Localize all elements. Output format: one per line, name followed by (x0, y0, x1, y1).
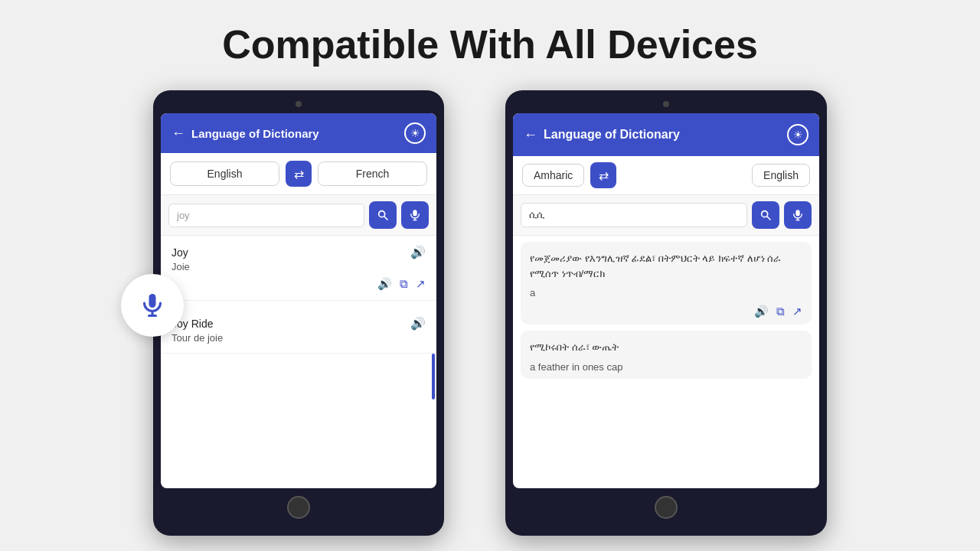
search-input-right[interactable]: ሲሲ (521, 203, 747, 227)
mic-large-icon (139, 292, 166, 319)
search-bar-left: joy (161, 195, 436, 236)
mic-icon-right (792, 209, 804, 221)
back-arrow-right[interactable]: ← (524, 127, 537, 143)
tablet-right-wrapper: ← Language of Dictionary ☀ Amharic ⇄ Eng… (505, 90, 827, 536)
sun-icon-left[interactable]: ☀ (404, 122, 426, 144)
result-word-joyride: Joy Ride 🔊 (172, 316, 426, 331)
lang-bar-right: Amharic ⇄ English (513, 156, 819, 195)
speaker-card1[interactable]: 🔊 (754, 305, 769, 318)
header-title-left: Language of Dictionary (191, 127, 319, 140)
tablet-camera-left (296, 101, 302, 107)
tablet-home-btn-left[interactable] (287, 496, 310, 519)
search-icon-right (760, 209, 772, 221)
translation-result-2: a feather in ones cap (530, 361, 802, 373)
svg-line-4 (384, 217, 387, 220)
header-left-right: ← Language of Dictionary (524, 127, 680, 143)
translation-result-1: a (530, 287, 802, 298)
lang-btn-english[interactable]: English (170, 161, 279, 186)
search-input-left[interactable]: joy (168, 204, 364, 227)
lang-btn-french[interactable]: French (318, 161, 427, 186)
copy-action-joy[interactable]: ⧉ (400, 277, 408, 291)
tablet-left-screen: ← Language of Dictionary ☀ English ⇄ Fre… (161, 113, 436, 488)
search-icon-left (377, 209, 389, 221)
header-title-right: Language of Dictionary (544, 128, 680, 142)
result-item-joy: Joy 🔊 Joie 🔊 ⧉ ↗ (161, 236, 436, 301)
speaker-action-joy[interactable]: 🔊 (377, 277, 392, 291)
app-header-right: ← Language of Dictionary ☀ (513, 113, 819, 156)
svg-rect-10 (795, 210, 799, 216)
mic-icon-left (409, 209, 421, 221)
lang-bar-left: English ⇄ French (161, 153, 436, 195)
swap-btn-right[interactable]: ⇄ (590, 162, 616, 188)
app-header-left: ← Language of Dictionary ☀ (161, 113, 436, 153)
back-arrow-left[interactable]: ← (172, 126, 185, 142)
scrollbar-left[interactable] (432, 354, 435, 399)
translation-actions-1: 🔊 ⧉ ↗ (530, 305, 802, 318)
word-joy: Joy (172, 246, 188, 259)
page-title: Compatible With All Devices (222, 21, 758, 67)
result-word-joy: Joy 🔊 (172, 245, 426, 259)
translation-joie: Joie (172, 261, 426, 272)
lang-btn-english-right[interactable]: English (752, 164, 810, 187)
translation-card-2: የሚኮሩበት ሰራ፣ ውጤት a feather in ones cap (521, 331, 812, 379)
swap-btn-left[interactable]: ⇄ (286, 161, 312, 187)
share-action-joy[interactable]: ↗ (416, 277, 426, 291)
tablet-right-screen: ← Language of Dictionary ☀ Amharic ⇄ Eng… (513, 113, 819, 488)
search-bar-right: ሲሲ (513, 195, 819, 236)
search-icon-btn-right[interactable] (752, 201, 779, 229)
translation-tourdejoie: Tour de joie (172, 332, 426, 344)
share-card1[interactable]: ↗ (792, 305, 802, 318)
mic-icon-btn-left[interactable] (401, 201, 429, 229)
mic-circle (121, 274, 184, 337)
svg-line-9 (767, 217, 770, 220)
source-text-1: የመጀመሪያው የእንግሊዝኛ ፊደል፣ በትምህርት ላይ ክፍተኛ ለሆነ … (530, 251, 802, 281)
source-text-2: የሚኮሩበት ሰራ፣ ውጤት (530, 340, 802, 355)
svg-rect-5 (413, 210, 416, 216)
mic-icon-btn-right[interactable] (784, 201, 812, 229)
sun-icon-right[interactable]: ☀ (787, 124, 808, 145)
search-icon-btn-left[interactable] (369, 201, 397, 229)
tablet-left: ← Language of Dictionary ☀ English ⇄ Fre… (153, 90, 444, 536)
tablet-camera-right (663, 101, 669, 107)
svg-rect-0 (149, 294, 156, 308)
tablet-right: ← Language of Dictionary ☀ Amharic ⇄ Eng… (505, 90, 827, 536)
result-item-joyride: Joy Ride 🔊 Tour de joie (161, 307, 436, 354)
translation-card-1: የመጀመሪያው የእንግሊዝኛ ፊደል፣ በትምህርት ላይ ክፍተኛ ለሆነ … (521, 242, 812, 324)
devices-row: ← Language of Dictionary ☀ English ⇄ Fre… (0, 90, 980, 536)
speaker-joy[interactable]: 🔊 (410, 245, 426, 259)
header-left-left: ← Language of Dictionary (172, 126, 319, 142)
speaker-joyride[interactable]: 🔊 (410, 316, 426, 331)
tablet-left-wrapper: ← Language of Dictionary ☀ English ⇄ Fre… (153, 90, 444, 536)
lang-btn-amharic[interactable]: Amharic (522, 164, 584, 187)
copy-card1[interactable]: ⧉ (776, 305, 785, 318)
action-icons-joy: 🔊 ⧉ ↗ (172, 277, 426, 291)
tablet-home-btn-right[interactable] (655, 496, 678, 519)
